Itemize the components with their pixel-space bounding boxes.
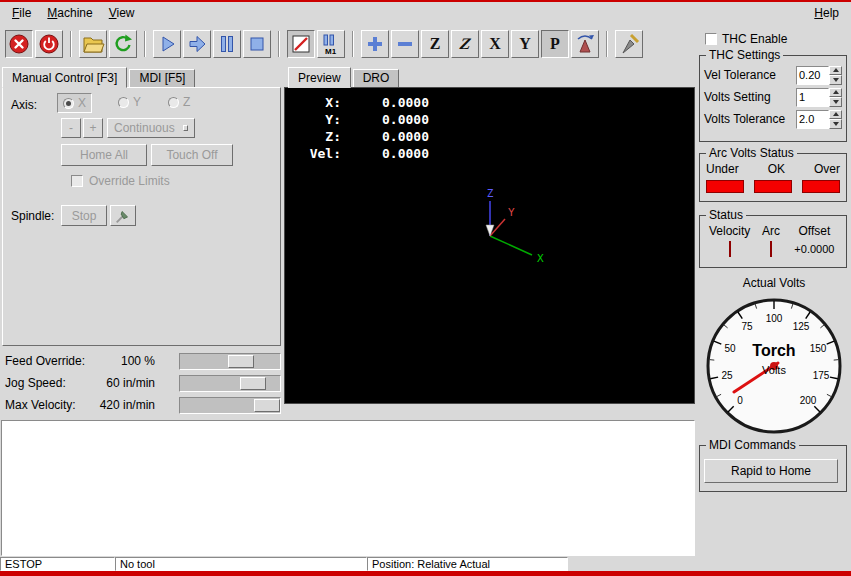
menu-machine[interactable]: Machine: [39, 3, 100, 23]
arc-indicator: [770, 241, 772, 257]
view-y-button[interactable]: Y: [511, 30, 539, 58]
mdi-commands-group: MDI Commands Rapid to Home: [699, 438, 847, 492]
zoom-out-button[interactable]: [391, 30, 419, 58]
velocity-cell: [706, 242, 753, 256]
dro-vel-row: Vel:0.0000: [295, 146, 694, 163]
step-line-button[interactable]: [183, 30, 211, 58]
open-file-button[interactable]: [79, 30, 107, 58]
dro-vel-value: 0.0000: [341, 146, 429, 161]
jog-plus-button[interactable]: +: [83, 118, 103, 138]
view-x-button[interactable]: X: [481, 30, 509, 58]
manual-control-panel: Axis: X Y Z - + Continuous: [2, 87, 281, 346]
spin-down-button[interactable]: [829, 119, 842, 129]
menu-file[interactable]: File: [4, 3, 39, 23]
axis-radio-z[interactable]: Z: [163, 93, 195, 111]
y-axis-label: Y: [508, 206, 515, 219]
x-axis-label: X: [537, 252, 544, 265]
torch-volts-gauge: 0 25 50 75 100 125 150 175 200 Torch Vol…: [704, 296, 844, 436]
zoom-in-button[interactable]: [361, 30, 389, 58]
max-velocity-slider-handle[interactable]: [254, 399, 280, 412]
tab-mdi[interactable]: MDI [F5]: [129, 69, 195, 88]
tab-dro-label: DRO: [363, 71, 390, 85]
spin-down-button[interactable]: [829, 97, 842, 107]
volts-tolerance-value[interactable]: 2.0: [796, 110, 829, 129]
spindle-brush-button[interactable]: [110, 205, 136, 226]
spin-up-button[interactable]: [829, 66, 842, 76]
spin-buttons: [829, 66, 842, 85]
tab-manual-control-label: Manual Control [F3]: [12, 71, 117, 85]
gauge-tick-100: 100: [766, 313, 783, 324]
linuxcnc-axis-window: File Machine View Help: [0, 0, 851, 576]
override-limits-checkbox[interactable]: [71, 175, 83, 187]
volts-tolerance-spinbox[interactable]: 2.0: [796, 110, 842, 129]
tab-preview[interactable]: Preview: [288, 67, 351, 88]
view-y-icon: Y: [519, 36, 531, 52]
step-icon: [185, 32, 209, 56]
axis-x-label: X: [78, 96, 86, 110]
feed-override-slider-handle[interactable]: [228, 355, 254, 368]
pause-program-button[interactable]: [213, 30, 241, 58]
preview-tabbar: Preview DRO: [288, 66, 401, 88]
vel-tolerance-label: Vel Tolerance: [704, 68, 796, 82]
machine-power-button[interactable]: [35, 30, 63, 58]
axis-radio-y[interactable]: Y: [113, 93, 146, 111]
stop-program-button[interactable]: [243, 30, 271, 58]
spin-down-button[interactable]: [829, 75, 842, 85]
menubar: File Machine View Help: [0, 2, 851, 24]
gauge-tick-75: 75: [741, 321, 752, 332]
max-velocity-slider[interactable]: [179, 397, 281, 414]
arc-label: Arc: [753, 224, 788, 238]
volts-setting-value[interactable]: 1: [796, 88, 829, 107]
vel-tolerance-spinbox[interactable]: 0.20: [796, 66, 842, 85]
spin-up-button[interactable]: [829, 88, 842, 98]
rapid-to-home-button[interactable]: Rapid to Home: [704, 459, 838, 483]
tab-dro[interactable]: DRO: [353, 69, 400, 88]
home-all-button[interactable]: Home All: [61, 144, 147, 166]
dro-y-value: 0.0000: [341, 112, 429, 127]
skip-lines-button[interactable]: [287, 30, 315, 58]
under-indicator: [706, 180, 744, 193]
jog-speed-slider[interactable]: [179, 375, 281, 392]
view-p-button[interactable]: P: [541, 30, 569, 58]
feed-override-slider[interactable]: [179, 353, 281, 370]
menu-help[interactable]: Help: [806, 3, 847, 23]
pause-icon: [215, 32, 239, 56]
reload-file-button[interactable]: [109, 30, 137, 58]
gauge-title: Torch: [704, 342, 844, 360]
jog-minus-button[interactable]: -: [61, 118, 81, 138]
dro-x-label: X:: [295, 95, 341, 110]
statusbar-tool: No tool: [115, 557, 367, 571]
axis-z-label: Z: [183, 95, 190, 109]
dro-z-row: Z:0.0000: [295, 129, 694, 146]
preview-canvas[interactable]: Z X Y X:0.0000 Y:0.0000 Z:0.0000 Vel:0.0…: [284, 87, 695, 404]
vel-tolerance-value[interactable]: 0.20: [796, 66, 829, 85]
spin-up-button[interactable]: [829, 110, 842, 120]
clear-plot-button[interactable]: [615, 30, 643, 58]
skip-lines-icon: [289, 32, 313, 56]
axis-radio-x[interactable]: X: [57, 93, 92, 113]
thc-enable-checkbox[interactable]: [705, 33, 717, 45]
volts-setting-label: Volts Setting: [704, 90, 796, 104]
arc-volts-indicators: [704, 180, 842, 193]
view-z-button[interactable]: Z: [421, 30, 449, 58]
jog-mode-select[interactable]: Continuous: [107, 118, 195, 138]
volts-setting-spinbox[interactable]: 1: [796, 88, 842, 107]
optional-pause-button[interactable]: M1: [317, 30, 345, 58]
touch-off-button[interactable]: Touch Off: [151, 144, 233, 166]
estop-button[interactable]: [5, 30, 33, 58]
spindle-stop-button[interactable]: Stop: [61, 205, 107, 226]
toolbar-separator: [144, 31, 146, 57]
tab-manual-control[interactable]: Manual Control [F3]: [2, 67, 127, 88]
jog-speed-value: 60 in/min: [97, 376, 179, 390]
machine-power-icon: [37, 32, 61, 56]
z-axis-label: Z: [487, 187, 494, 200]
menu-view[interactable]: View: [101, 3, 143, 23]
run-program-button[interactable]: [153, 30, 181, 58]
rotate-view-button[interactable]: [571, 30, 599, 58]
arrow-up-icon: [833, 112, 839, 116]
jog-speed-slider-handle[interactable]: [240, 377, 266, 390]
dro-readout: X:0.0000 Y:0.0000 Z:0.0000 Vel:0.0000: [285, 88, 694, 163]
dro-x-row: X:0.0000: [295, 95, 694, 112]
view-z2-button[interactable]: Z: [451, 30, 479, 58]
spin-buttons: [829, 88, 842, 107]
